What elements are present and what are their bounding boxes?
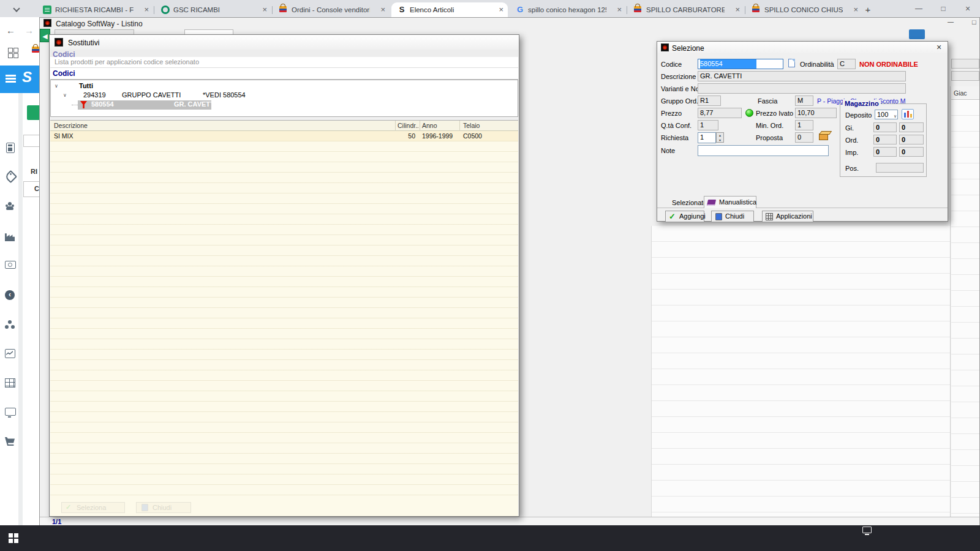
monitor-icon[interactable] (5, 408, 16, 416)
document-icon[interactable] (788, 59, 795, 67)
chiudi-button[interactable]: Chiudi (711, 211, 754, 222)
app-maximize-button[interactable]: □ (972, 18, 976, 26)
tab-close-icon[interactable]: × (262, 2, 267, 17)
min-ord-field[interactable]: 1 (795, 120, 813, 130)
tab-spillo-carburatore[interactable]: SPILLO CARBURATORE PIAGGIO × (628, 2, 744, 17)
prezzo-field[interactable]: 8,77 (698, 108, 742, 118)
tab-spillo-chiusura[interactable]: SPILLO CONICO CHIUSURA BE × (746, 2, 862, 17)
aggiungi-button[interactable]: ✓ Aggiungi (665, 211, 704, 222)
app-title-bar[interactable]: Catalogo SoftWay - Listino — □ (40, 18, 979, 29)
browser-maximize-button[interactable]: □ (931, 0, 956, 17)
fascia-field[interactable]: M (795, 96, 813, 106)
chart-line-icon[interactable] (5, 349, 15, 358)
codici-section-label: Codici (53, 69, 75, 78)
spin-down-icon[interactable]: ▼ (717, 138, 723, 143)
tab-close-icon[interactable]: × (617, 2, 622, 17)
gruppo-ord-field[interactable]: R1 (698, 96, 721, 106)
tab-manualistica[interactable]: Manualistica (704, 196, 756, 208)
dialog-close-icon[interactable]: × (937, 42, 941, 52)
tab-elenco-articoli-active[interactable]: S Elenco Articoli × (391, 2, 508, 17)
tag-icon[interactable] (4, 170, 17, 183)
table-grid-icon[interactable] (5, 378, 15, 388)
tab-close-icon[interactable]: × (853, 2, 858, 17)
apps-grid-icon[interactable] (8, 48, 18, 58)
cell-cilindrata: 50 (395, 132, 415, 140)
prezzo-ivato-field[interactable]: 10,70 (795, 108, 837, 118)
network-tray-icon[interactable] (862, 527, 872, 533)
tree-row-tutti[interactable]: ∨ Tutti (51, 82, 518, 91)
new-tab-button[interactable]: + (861, 2, 875, 17)
richiesta-input[interactable]: 1 (698, 132, 716, 143)
magazzino-title: Magazzino (843, 100, 881, 107)
box-cube-icon[interactable] (819, 133, 828, 140)
codice-input[interactable]: 580554 (698, 59, 783, 69)
richiesta-spinner[interactable]: ▲ ▼ (716, 132, 724, 143)
tab-ordini-console[interactable]: Ordini - Console venditori × (273, 2, 390, 17)
hamburger-menu-icon[interactable] (6, 75, 16, 77)
door-icon (141, 504, 148, 511)
note-input[interactable] (698, 145, 829, 156)
selezione-title-bar[interactable]: Selezione × (657, 42, 948, 54)
start-button[interactable] (9, 533, 19, 544)
calculator-icon[interactable] (6, 143, 15, 153)
google-favicon-icon: G (516, 6, 524, 14)
tree-row-580554-selected[interactable]: 580554 GR. CAVETTI (51, 100, 518, 110)
giac-header-label: Giac (954, 89, 967, 97)
back-circle-icon[interactable]: ‹ (5, 290, 15, 300)
codici-tree: ∨ Tutti ∨ 294319 GRUPPO CAVETTI *VEDI 58… (50, 80, 518, 117)
col-cilindrata: Cilindr... (398, 122, 418, 129)
ord-field-1[interactable]: 0 (873, 135, 897, 144)
banknote-icon[interactable] (5, 261, 16, 269)
tab-search-chevron-icon[interactable] (13, 5, 20, 11)
sostitutivi-title-bar[interactable]: Sostitutivi (50, 35, 519, 50)
imp-label: Imp. (845, 149, 858, 156)
back-arrow-icon[interactable]: ← (6, 24, 15, 37)
tab-close-icon[interactable]: × (144, 2, 149, 17)
tab-close-icon[interactable]: × (735, 2, 740, 17)
browser-minimize-button[interactable]: — (907, 0, 931, 17)
expander-icon[interactable]: ∨ (63, 92, 67, 98)
selezione-dialog: Selezione × Codice 580554 Ordinabilità C… (657, 41, 948, 222)
gi-field-1[interactable]: 0 (873, 122, 897, 132)
toolbar-blue-button-fragment[interactable] (909, 29, 925, 39)
tab-title: Ordini - Console venditori (292, 2, 370, 17)
bookmark-bag-icon[interactable] (32, 47, 39, 53)
list-row-si-mix[interactable]: SI MIX 50 1996-1999 C0500 (50, 131, 518, 141)
stock-chart-button[interactable] (902, 109, 914, 119)
spin-up-icon[interactable]: ▲ (717, 133, 723, 138)
cell-descrizione: SI MIX (54, 132, 74, 140)
molecules-icon[interactable] (5, 320, 15, 329)
browser-close-button[interactable]: × (956, 0, 980, 17)
dropdown-arrow-icon[interactable]: ∨ (894, 111, 897, 121)
factory-icon[interactable] (5, 231, 15, 241)
cart-icon[interactable] (5, 437, 15, 447)
users-icon[interactable] (5, 201, 15, 211)
imp-field-1[interactable]: 0 (873, 147, 897, 157)
tab-gsc-ricambi[interactable]: GSC RICAMBI × (155, 2, 271, 17)
app-minimize-button[interactable]: — (948, 18, 954, 25)
tab-selezionato[interactable]: Selezionato (672, 199, 707, 206)
varianti-field[interactable] (698, 83, 906, 94)
imp-field-2[interactable]: 0 (899, 147, 924, 157)
tab-spillo-conico-search[interactable]: G spillo conico hexagon 125 199 × (510, 2, 626, 17)
ordinabilita-field[interactable]: C (837, 59, 856, 69)
qta-conf-field[interactable]: 1 (698, 120, 718, 130)
pos-field[interactable] (876, 163, 924, 173)
webapp-sidebar: ‹ (0, 93, 18, 525)
tab-close-icon[interactable]: × (499, 2, 503, 17)
tab-richiesta-ricambi[interactable]: RICHIESTA RICAMBI - Fogli Goo × (37, 2, 153, 17)
proposta-field[interactable]: 0 (795, 132, 813, 143)
non-ordinabile-warning: NON ORDINABILE (859, 61, 918, 68)
expander-icon[interactable]: ∨ (55, 83, 58, 89)
forward-arrow-icon[interactable]: → (24, 24, 34, 37)
gi-field-2[interactable]: 0 (899, 122, 924, 132)
ord-field-2[interactable]: 0 (899, 135, 924, 144)
tab-close-icon[interactable]: × (380, 2, 385, 17)
tree-row-294319[interactable]: ∨ 294319 GRUPPO CAVETTI *VEDI 580554 (51, 91, 518, 100)
s-favicon-icon: S (398, 6, 406, 14)
deposito-select[interactable]: 100 ∨ (875, 110, 898, 119)
applicazioni-button[interactable]: Applicazioni (762, 211, 813, 222)
shopping-bag-favicon-icon (752, 6, 760, 12)
descrizione-field[interactable]: GR. CAVETTI (698, 71, 906, 81)
ghost-button-label: Chiudi (153, 504, 172, 511)
